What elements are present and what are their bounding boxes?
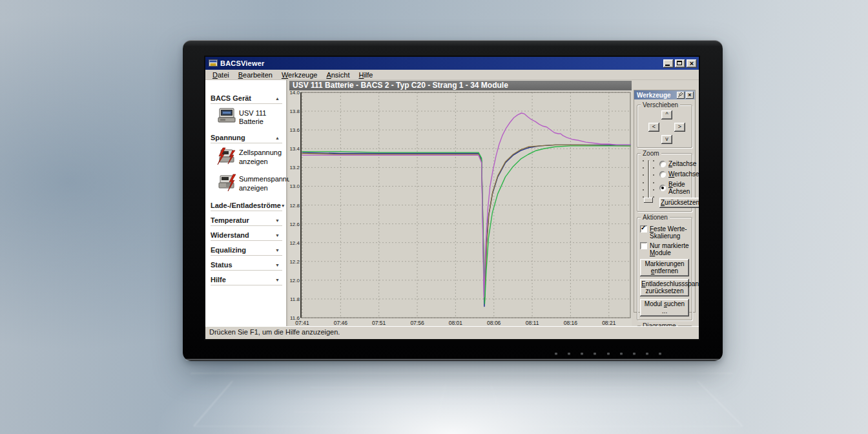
sidebar-section-label: Widerstand bbox=[211, 231, 249, 239]
panel-close-icon: × bbox=[688, 92, 691, 98]
maximize-button[interactable] bbox=[675, 59, 685, 68]
sidebar-section-label: Hilfe bbox=[211, 276, 226, 284]
button-modul-suchen[interactable]: Modul suchen ... bbox=[640, 299, 689, 316]
svg-text:13.8: 13.8 bbox=[289, 108, 300, 114]
screen: BACSViewer × DateiBearbeitenWerkzeugeAns… bbox=[205, 57, 699, 339]
menu-item-hilfe[interactable]: Hilfe bbox=[354, 70, 377, 79]
action-checkboxes: Feste Werte-SkalierungNur markierte Modu… bbox=[640, 225, 689, 256]
slider-ticks bbox=[653, 160, 654, 198]
sidebar-item-zellspannung-anzeigen[interactable]: Zellspannung anzeigen bbox=[211, 143, 282, 170]
menu-item-datei[interactable]: Datei bbox=[208, 70, 234, 79]
sidebar-section-label: BACS Gerät bbox=[211, 94, 251, 102]
move-group: Verschieben ^<>v bbox=[637, 105, 692, 148]
expand-arrow-icon[interactable]: ▼ bbox=[275, 233, 281, 238]
minimize-button[interactable] bbox=[663, 59, 674, 68]
pan-left-button[interactable]: < bbox=[648, 123, 659, 132]
bacs-device-icon bbox=[217, 107, 236, 125]
sidebar-item-usv-111-batterie[interactable]: USV 111 Batterie bbox=[211, 104, 282, 129]
photo-backdrop: BACSViewer × DateiBearbeitenWerkzeugeAns… bbox=[0, 0, 868, 434]
menu-item-ansicht[interactable]: Ansicht bbox=[322, 70, 354, 79]
client-area: BACS Gerät▲USV 111 BatterieSpannung▲Zell… bbox=[205, 80, 699, 326]
monitor-bezel: BACSViewer × DateiBearbeitenWerkzeugeAns… bbox=[183, 40, 723, 361]
svg-text:12.0: 12.0 bbox=[289, 278, 300, 284]
radio-zeitachse[interactable]: Zeitachse bbox=[659, 160, 699, 167]
expand-arrow-icon[interactable]: ▼ bbox=[275, 218, 281, 223]
svg-text:12.2: 12.2 bbox=[289, 259, 300, 265]
action-buttons: Markierungen entfernenEntladeschlussspan… bbox=[640, 259, 689, 316]
radio-icon bbox=[659, 161, 666, 167]
pan-up-button[interactable]: ^ bbox=[661, 110, 672, 119]
sidebar-item-label: Summenspannung anzeigen bbox=[239, 173, 287, 192]
sidebar-item-label: USV 111 Batterie bbox=[239, 107, 282, 126]
menu-item-bearbeiten[interactable]: Bearbeiten bbox=[234, 70, 277, 79]
checkbox-feste-werte-skalierung[interactable]: Feste Werte-Skalierung bbox=[640, 225, 689, 240]
sidebar-section-lade-entladeströme[interactable]: Lade-/Entladeströme▼ bbox=[211, 200, 282, 211]
sidebar-section-temperatur[interactable]: Temperatur▼ bbox=[211, 215, 282, 226]
checkbox-nur-markierte-module[interactable]: Nur markierte Module bbox=[640, 242, 689, 256]
voltage-chart[interactable]: 14.013.813.613.413.213.012.812.612.412.2… bbox=[289, 90, 632, 326]
sidebar-section-bacs-gerät[interactable]: BACS Gerät▲ bbox=[211, 93, 282, 104]
slider-thumb[interactable] bbox=[644, 198, 653, 203]
sidebar-section-hilfe[interactable]: Hilfe▼ bbox=[211, 274, 282, 285]
checkbox-label: Nur markierte Module bbox=[650, 242, 689, 256]
checkbox-icon bbox=[640, 242, 647, 249]
sidebar-item-label: Zellspannung anzeigen bbox=[239, 147, 282, 165]
svg-text:07:51: 07:51 bbox=[372, 320, 386, 326]
diagrams-group: Diagramme SpannungTemperaturLade-/Entlad… bbox=[637, 326, 692, 327]
svg-text:13.4: 13.4 bbox=[289, 146, 300, 152]
radio-label: Zeitachse bbox=[668, 160, 696, 167]
sidebar-section-spannung[interactable]: Spannung▲ bbox=[211, 132, 282, 143]
sidebar-item-summenspannung-anzeigen[interactable]: Summenspannung anzeigen bbox=[211, 170, 282, 196]
tools-panel-title: Werkzeuge bbox=[637, 92, 676, 99]
close-icon: × bbox=[687, 59, 697, 68]
sidebar-section-equalizing[interactable]: Equalizing▼ bbox=[211, 245, 282, 256]
zoom-reset-button[interactable]: Zurücksetzen bbox=[659, 198, 699, 208]
sidebar-section-widerstand[interactable]: Widerstand▼ bbox=[211, 230, 282, 241]
menu-bar: DateiBearbeitenWerkzeugeAnsichtHilfe bbox=[205, 70, 699, 80]
panel-close-button[interactable]: × bbox=[686, 92, 694, 99]
monitor-buttons[interactable] bbox=[555, 353, 661, 356]
expand-arrow-icon[interactable]: ▼ bbox=[275, 278, 281, 282]
maximize-icon bbox=[677, 61, 682, 65]
radio-wertachse[interactable]: Wertachse bbox=[659, 170, 699, 178]
collapse-arrow-icon[interactable]: ▲ bbox=[275, 96, 281, 101]
zoom-group: Zoom ZeitachseWertachseBeide Achsen bbox=[637, 153, 692, 212]
sidebar: BACS Gerät▲USV 111 BatterieSpannung▲Zell… bbox=[205, 80, 287, 326]
svg-text:07:46: 07:46 bbox=[334, 320, 348, 326]
tools-panel-header[interactable]: Werkzeuge × bbox=[634, 90, 695, 99]
svg-text:12.8: 12.8 bbox=[289, 203, 300, 209]
pan-right-button[interactable]: > bbox=[674, 123, 685, 132]
svg-text:14.0: 14.0 bbox=[289, 90, 300, 96]
sum-voltage-icon bbox=[217, 173, 236, 194]
svg-text:08:01: 08:01 bbox=[449, 320, 463, 326]
expand-arrow-icon[interactable]: ▼ bbox=[281, 203, 287, 208]
close-button[interactable]: × bbox=[687, 59, 697, 68]
zoom-slider[interactable] bbox=[641, 159, 656, 205]
expand-arrow-icon[interactable]: ▼ bbox=[275, 263, 281, 267]
checkbox-icon bbox=[640, 225, 647, 232]
svg-text:07:56: 07:56 bbox=[410, 320, 424, 326]
pin-button[interactable] bbox=[677, 92, 685, 99]
expand-arrow-icon[interactable]: ▼ bbox=[275, 248, 281, 253]
actions-group: Aktionen Feste Werte-SkalierungNur marki… bbox=[637, 217, 692, 320]
window-titlebar[interactable]: BACSViewer × bbox=[205, 57, 699, 70]
app-icon bbox=[209, 59, 218, 67]
svg-text:13.2: 13.2 bbox=[289, 165, 300, 170]
zoom-axis-radios: ZeitachseWertachseBeide Achsen bbox=[659, 159, 699, 195]
sidebar-section-status[interactable]: Status▼ bbox=[211, 260, 282, 271]
move-group-label: Verschieben bbox=[641, 101, 680, 108]
radio-label: Wertachse bbox=[668, 170, 699, 178]
button-markierungen-entfernen[interactable]: Markierungen entfernen bbox=[640, 259, 689, 276]
svg-text:08:16: 08:16 bbox=[564, 320, 578, 326]
diagrams-group-label: Diagramme bbox=[641, 322, 678, 327]
collapse-arrow-icon[interactable]: ▲ bbox=[275, 136, 281, 140]
sidebar-section-label: Status bbox=[211, 261, 232, 269]
svg-text:08:06: 08:06 bbox=[487, 320, 501, 326]
button-entladeschlussspannung-zurücksetzen[interactable]: Entladeschlussspannung zurücksetzen bbox=[640, 279, 689, 296]
tools-panel: Werkzeuge × Verschieben ^<>v Zoom bbox=[634, 90, 695, 312]
radio-beide-achsen[interactable]: Beide Achsen bbox=[659, 181, 699, 195]
pan-down-button[interactable]: v bbox=[661, 135, 672, 144]
svg-text:13.0: 13.0 bbox=[289, 183, 300, 189]
menu-item-werkzeuge[interactable]: Werkzeuge bbox=[277, 70, 322, 79]
zoom-group-label: Zoom bbox=[641, 150, 661, 157]
